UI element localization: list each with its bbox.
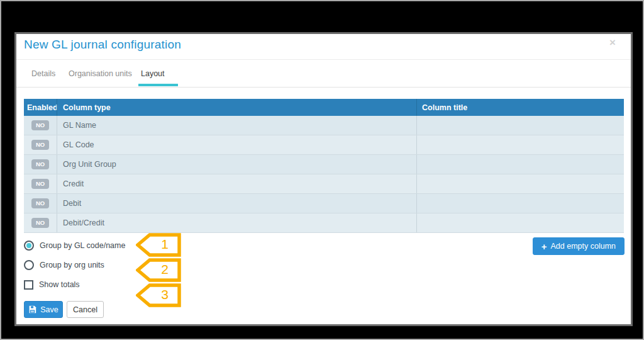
header-enabled: Enabled xyxy=(24,103,57,112)
enabled-toggle[interactable]: NO xyxy=(31,140,49,150)
add-empty-column-label: Add empty column xyxy=(550,242,616,251)
screenshot-frame: New GL journal configuration × Details O… xyxy=(0,0,644,340)
enabled-toggle[interactable]: NO xyxy=(31,218,49,228)
table-row[interactable]: NO Credit xyxy=(24,174,624,194)
header-column-title: Column title xyxy=(416,99,624,116)
save-button[interactable]: Save xyxy=(24,301,63,318)
radio-label[interactable]: Group by GL code/name xyxy=(40,241,125,250)
tabs-baseline xyxy=(16,87,631,88)
header-divider xyxy=(16,59,631,60)
enabled-toggle[interactable]: NO xyxy=(31,179,49,189)
save-icon xyxy=(28,305,36,314)
cancel-label: Cancel xyxy=(73,305,97,314)
dialog-title: New GL journal configuration xyxy=(24,38,181,52)
column-title-cell xyxy=(416,174,624,193)
tab-organisation-units[interactable]: Organisation units xyxy=(69,69,132,78)
column-type-cell: Credit xyxy=(57,174,416,193)
save-label: Save xyxy=(40,305,58,314)
enabled-toggle[interactable]: NO xyxy=(31,159,49,169)
annotation-arrow-2: 2 xyxy=(136,258,181,282)
annotation-arrow-3: 3 xyxy=(136,283,181,307)
checkbox-label[interactable]: Show totals xyxy=(39,280,80,289)
annotation-number: 3 xyxy=(152,287,177,302)
option-show-totals: Show totals xyxy=(24,278,80,291)
column-title-cell xyxy=(416,194,624,213)
plus-icon: + xyxy=(541,242,547,251)
active-tab-underline xyxy=(138,84,178,86)
column-title-cell xyxy=(416,116,624,135)
table-row[interactable]: NO GL Name xyxy=(24,116,624,135)
columns-table: Enabled Column type Column title NO GL N… xyxy=(24,99,624,233)
annotation-arrow-1: 1 xyxy=(136,233,181,257)
table-row[interactable]: NO GL Code xyxy=(24,135,624,155)
cancel-button[interactable]: Cancel xyxy=(67,301,104,318)
tab-layout[interactable]: Layout xyxy=(141,69,165,78)
option-group-by-gl: Group by GL code/name xyxy=(24,239,125,252)
column-title-cell xyxy=(416,135,624,154)
radio-label[interactable]: Group by org units xyxy=(40,261,104,269)
table-row[interactable]: NO Debit/Credit xyxy=(24,213,624,233)
table-body: NO GL Name NO GL Code NO Org Unit Group … xyxy=(24,116,624,233)
option-group-by-org: Group by org units xyxy=(24,259,104,271)
add-empty-column-button[interactable]: + Add empty column xyxy=(533,237,625,255)
column-type-cell: GL Code xyxy=(57,135,416,154)
tab-details[interactable]: Details xyxy=(31,69,55,78)
column-type-cell: Debit/Credit xyxy=(57,213,416,232)
gl-journal-config-dialog: New GL journal configuration × Details O… xyxy=(14,32,633,326)
column-title-cell xyxy=(416,155,624,174)
table-row[interactable]: NO Org Unit Group xyxy=(24,155,624,174)
table-row[interactable]: NO Debit xyxy=(24,194,624,213)
checkbox-show-totals[interactable] xyxy=(24,280,33,290)
enabled-toggle[interactable]: NO xyxy=(31,120,49,130)
enabled-toggle[interactable]: NO xyxy=(31,198,49,208)
header-column-type: Column type xyxy=(57,99,416,116)
annotation-number: 1 xyxy=(152,237,177,252)
column-type-cell: Org Unit Group xyxy=(57,155,416,174)
radio-group-by-org[interactable] xyxy=(24,260,34,270)
column-title-cell xyxy=(416,213,624,232)
annotation-number: 2 xyxy=(152,262,177,277)
column-type-cell: GL Name xyxy=(57,116,416,135)
column-type-cell: Debit xyxy=(57,194,416,213)
close-icon[interactable]: × xyxy=(606,37,619,49)
table-header-row: Enabled Column type Column title xyxy=(24,99,624,116)
radio-group-by-gl[interactable] xyxy=(24,241,34,251)
